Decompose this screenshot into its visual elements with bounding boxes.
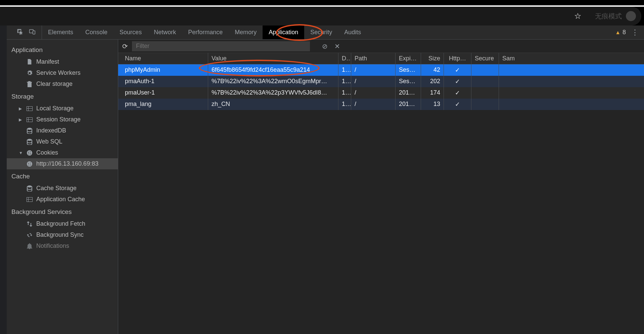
td-http: ✓ bbox=[444, 87, 471, 99]
td-domain: 1… bbox=[338, 99, 351, 110]
devtools-tabs: Elements Console Sources Network Perform… bbox=[42, 25, 367, 39]
th-secure[interactable]: Secure bbox=[471, 53, 499, 64]
svg-point-24 bbox=[29, 164, 30, 165]
td-secure bbox=[471, 87, 499, 99]
svg-rect-12 bbox=[29, 120, 32, 122]
sidebar-item-cache-storage[interactable]: Cache Storage bbox=[7, 183, 118, 194]
table-row[interactable]: pmaAuth-1 %7B%22iv%22%3A%22wmO0sEgmMpr… … bbox=[118, 76, 644, 87]
table-icon bbox=[26, 117, 33, 122]
tab-network[interactable]: Network bbox=[148, 25, 182, 39]
tab-audits[interactable]: Audits bbox=[338, 25, 367, 39]
td-http: ✓ bbox=[444, 76, 471, 87]
application-cache-label: Application Cache bbox=[36, 196, 85, 203]
sidebar-item-clear-storage[interactable]: Clear storage bbox=[7, 78, 118, 90]
incognito-icon[interactable] bbox=[626, 11, 636, 21]
devtools-body: Application Manifest Service Workers Cle… bbox=[7, 40, 644, 334]
th-path[interactable]: Path bbox=[351, 53, 396, 64]
td-same bbox=[499, 99, 519, 110]
th-httponly[interactable]: Http… bbox=[444, 53, 471, 64]
td-domain: 1… bbox=[338, 87, 351, 99]
refresh-icon[interactable]: ⟳ bbox=[122, 42, 128, 50]
td-path: / bbox=[351, 64, 396, 76]
td-value: zh_CN bbox=[208, 99, 338, 110]
td-value: %7B%22iv%22%3A%22wmO0sEgmMpr… bbox=[208, 76, 338, 87]
tab-console[interactable]: Console bbox=[79, 25, 113, 39]
td-secure bbox=[471, 76, 499, 87]
sidebar-item-manifest[interactable]: Manifest bbox=[7, 56, 118, 67]
sidebar-item-bg-fetch[interactable]: Background Fetch bbox=[7, 218, 118, 229]
tab-elements[interactable]: Elements bbox=[42, 25, 79, 39]
devtools-tab-bar: Elements Console Sources Network Perform… bbox=[7, 25, 644, 40]
sidebar-item-indexeddb[interactable]: IndexedDB bbox=[7, 125, 118, 136]
sidebar-item-session-storage[interactable]: ▶ Session Storage bbox=[7, 114, 118, 125]
th-samesite[interactable]: Sam bbox=[499, 53, 519, 64]
sidebar-item-local-storage[interactable]: ▶ Local Storage bbox=[7, 103, 118, 114]
cookies-toolbar: ⟳ ⊘ ✕ bbox=[118, 40, 644, 53]
sidebar-item-application-cache[interactable]: Application Cache bbox=[7, 194, 118, 205]
sidebar-item-websql[interactable]: Web SQL bbox=[7, 136, 118, 147]
svg-rect-5 bbox=[29, 107, 32, 108]
database-icon bbox=[26, 185, 33, 191]
th-domain[interactable]: D.. bbox=[338, 53, 351, 64]
svg-point-21 bbox=[28, 163, 29, 164]
td-path: / bbox=[351, 87, 396, 99]
td-name: pma_lang bbox=[118, 99, 208, 110]
td-secure bbox=[471, 64, 499, 76]
td-expires: Sess… bbox=[396, 64, 421, 76]
td-same bbox=[499, 76, 519, 87]
svg-rect-27 bbox=[27, 198, 28, 199]
svg-point-23 bbox=[30, 164, 31, 165]
sidebar-item-notifications[interactable]: Notifications bbox=[7, 240, 118, 252]
th-value[interactable]: Value bbox=[208, 53, 338, 64]
tab-memory[interactable]: Memory bbox=[229, 25, 263, 39]
clear-storage-label: Clear storage bbox=[36, 80, 73, 88]
svg-point-22 bbox=[30, 162, 31, 163]
sidebar-item-cookies[interactable]: ▼ Cookies bbox=[7, 147, 118, 158]
svg-point-14 bbox=[27, 139, 32, 141]
td-size: 174 bbox=[421, 87, 444, 99]
inspect-element-icon[interactable] bbox=[17, 29, 24, 37]
th-expires[interactable]: Expir… bbox=[396, 53, 421, 64]
warning-badge[interactable]: ▲ 8 bbox=[615, 29, 626, 36]
trash-icon bbox=[26, 81, 33, 87]
tab-sources[interactable]: Sources bbox=[113, 25, 148, 39]
td-size: 13 bbox=[421, 99, 444, 110]
svg-rect-29 bbox=[27, 200, 28, 202]
local-storage-label: Local Storage bbox=[36, 105, 74, 112]
websql-label: Web SQL bbox=[36, 138, 62, 145]
delete-selected-icon[interactable]: ✕ bbox=[334, 42, 340, 50]
td-same bbox=[499, 87, 519, 99]
application-sidebar: Application Manifest Service Workers Cle… bbox=[7, 40, 118, 334]
filter-input[interactable] bbox=[132, 41, 310, 51]
table-row[interactable]: pmaUser-1 %7B%22iv%22%3A%22p3YWVfv5J6dI8… bbox=[118, 87, 644, 99]
tab-performance[interactable]: Performance bbox=[182, 25, 229, 39]
td-name: pmaUser-1 bbox=[118, 87, 208, 99]
incognito-label: 无痕模式 bbox=[595, 12, 622, 21]
sidebar-item-cookie-origin[interactable]: http://106.13.160.69:83 bbox=[7, 158, 118, 169]
tab-application[interactable]: Application bbox=[263, 25, 304, 39]
bell-icon bbox=[26, 243, 33, 249]
database-icon bbox=[26, 128, 33, 134]
manifest-label: Manifest bbox=[36, 58, 59, 65]
clear-all-icon[interactable]: ⊘ bbox=[322, 42, 328, 50]
more-menu-icon[interactable]: ⋮ bbox=[631, 28, 639, 37]
td-value: 6f645fb8654f9fd24cf16eaa55c9a214 bbox=[208, 64, 338, 76]
sidebar-item-service-workers[interactable]: Service Workers bbox=[7, 67, 118, 78]
tab-icons-group bbox=[11, 25, 42, 39]
td-expires: 2019… bbox=[396, 87, 421, 99]
svg-point-15 bbox=[27, 150, 32, 156]
sidebar-item-bg-sync[interactable]: Background Sync bbox=[7, 229, 118, 240]
bookmark-star-icon[interactable]: ☆ bbox=[574, 11, 582, 21]
device-toggle-icon[interactable] bbox=[29, 29, 36, 37]
tab-security[interactable]: Security bbox=[304, 25, 338, 39]
table-icon bbox=[26, 106, 33, 111]
warning-triangle-icon: ▲ bbox=[615, 30, 620, 36]
th-size[interactable]: Size bbox=[421, 53, 444, 64]
th-name[interactable]: Name bbox=[118, 53, 208, 64]
gear-icon bbox=[26, 70, 33, 76]
svg-rect-4 bbox=[27, 107, 28, 108]
svg-point-13 bbox=[27, 128, 32, 130]
cookie-origin-label: http://106.13.160.69:83 bbox=[36, 160, 98, 167]
table-row[interactable]: phpMyAdmin 6f645fb8654f9fd24cf16eaa55c9a… bbox=[118, 64, 644, 76]
table-row[interactable]: pma_lang zh_CN 1… / 2019… 13 ✓ bbox=[118, 99, 644, 110]
